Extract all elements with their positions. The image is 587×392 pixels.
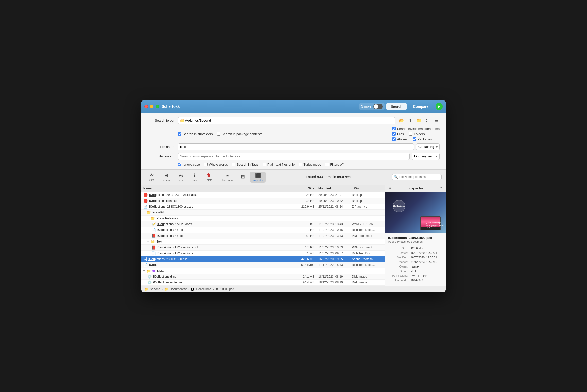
subfolders-checkbox[interactable] [178, 132, 181, 136]
go-up-button[interactable]: ⬆ [407, 117, 414, 124]
treeview-tool[interactable]: ⊟ Tree View [219, 172, 235, 183]
table-row[interactable]: 📄 iColl.rtf 522 bytes 17/11/2022, 15:43 … [141, 262, 385, 268]
table-row[interactable]: ▾ 📁 DMG [141, 268, 385, 274]
expand-arrow[interactable]: ▾ [147, 240, 149, 243]
results-sec-text: sec. [345, 175, 352, 179]
tab-compare-button[interactable]: Compare [408, 103, 433, 110]
package-checkbox[interactable] [217, 132, 220, 136]
folder-label: Search folder: [147, 119, 175, 122]
new-folder-button[interactable]: 📁 [415, 117, 422, 124]
info-icon: ℹ [194, 173, 196, 178]
expand-arrow[interactable]: ▾ [143, 269, 145, 272]
col-kind-header[interactable]: Kind [352, 186, 385, 191]
expand-arrow[interactable]: ▾ [143, 211, 145, 214]
table-row[interactable]: 📝 iCollectionsPR2020.docx 9 KB 11/07/202… [141, 221, 385, 227]
results-found-text: Found [306, 175, 316, 179]
turbo-mode-checkbox[interactable] [299, 163, 302, 166]
open-in-new-icon[interactable]: ↗ [388, 186, 391, 190]
inspector-preview: iCollections TAKE FULL CONTROLCreate are… [385, 192, 446, 233]
table-row[interactable]: 📕 Description of iCollections.pdf 776 KB… [141, 245, 385, 251]
view-icon: 👁 [149, 173, 154, 178]
close-button[interactable] [144, 105, 148, 108]
content-match-select[interactable]: Find any term [412, 153, 440, 160]
whole-words-group: Whole words [204, 163, 228, 166]
inspector-collapse-icon[interactable]: ⌃ [440, 186, 443, 190]
file-modified: 25/12/2022, 08:24 [316, 205, 352, 208]
table-row[interactable]: ▾ 📁 PressKit [141, 210, 385, 216]
rename-tool[interactable]: ⊞ Rename [159, 172, 174, 183]
folder-path-input[interactable] [178, 117, 395, 124]
file-name-cell: 📄 iCollections_2880X1800.psd.zip [141, 205, 294, 209]
folder-icon: 📁 [151, 240, 155, 244]
whole-words-checkbox[interactable] [204, 163, 208, 166]
content-input[interactable] [178, 153, 410, 160]
table-row[interactable]: ▾ 📁 Text [141, 239, 385, 245]
folders-checkbox[interactable] [409, 132, 412, 136]
table-row[interactable]: 🔴 iCollections.icbackup 33 KB 19/05/2023… [141, 198, 385, 204]
ignore-case-checkbox[interactable] [178, 163, 181, 166]
file-size: 216,9 MB [294, 205, 316, 208]
subfolders-label: Search in subfolders [183, 132, 213, 136]
invisible-checkbox[interactable] [392, 127, 396, 130]
file-modified: 11/07/2023, 10:03 [316, 246, 352, 249]
file-name: iCollections-29-08-23-2107.icbackup [149, 193, 199, 197]
table-row[interactable]: ▾ 📁 Press Releases [141, 216, 385, 221]
table-row[interactable]: 💿 iCollections.write.dmg 94,4 MB 18/12/2… [141, 280, 385, 286]
col-size-header[interactable]: Size [294, 186, 316, 191]
file-name: iCollections_2880X1800.psd.zip [149, 205, 193, 208]
packages-checkbox[interactable] [413, 137, 416, 141]
filters-off-checkbox[interactable] [325, 163, 329, 166]
filename-filter-input[interactable] [399, 175, 439, 179]
finder-tool[interactable]: ◎ Finder [175, 172, 187, 183]
aliases-label: Aliases [397, 137, 408, 141]
filename-match-select[interactable]: Containing [416, 143, 440, 150]
filename-input[interactable] [178, 143, 414, 150]
col-name-header[interactable]: Name [141, 186, 294, 191]
file-size: 82 KB [294, 234, 316, 238]
table-row[interactable]: 📄 iCollections_2880X1800.psd.zip 216,9 M… [141, 204, 385, 210]
table-row[interactable]: 📕 iCollectionsPR.pdf 82 KB 11/07/2023, 1… [141, 233, 385, 239]
play-button[interactable] [436, 103, 443, 110]
grid-tool[interactable]: ⊞ [236, 173, 249, 181]
inspector-owner-row: Owner: naarak [389, 264, 442, 269]
search-tags-checkbox[interactable] [232, 163, 235, 166]
table-row[interactable]: 🖼 iCollections_2880X1800.psd 420,6 MB 16… [141, 256, 385, 262]
inspector-info: iCollections_2880X1800.psd Adobe Photosh… [385, 233, 446, 286]
folder-badge [152, 270, 155, 272]
list-button[interactable]: ☰ [433, 117, 440, 124]
file-size: 10 KB [294, 228, 316, 232]
info-tool[interactable]: ℹ Info [188, 172, 201, 183]
table-row[interactable]: 🔴 iCollections-29-08-23-2107.icbackup 10… [141, 192, 385, 198]
expand-arrow[interactable]: ▾ [147, 217, 149, 220]
file-modified: 16/07/2020, 19:05 [316, 257, 352, 261]
aliases-checkbox[interactable] [392, 137, 396, 141]
file-icon: 📝 [151, 222, 156, 226]
table-row[interactable]: 📄 iCollectionsPR.rtfd 10 KB 11/07/2023, … [141, 227, 385, 233]
browse-folder-button[interactable]: 📂 [398, 117, 405, 124]
file-modified: 29/08/2023, 21:07 [316, 193, 352, 197]
file-name: Description of iCollections.rtfd [157, 252, 198, 255]
tab-search-button[interactable]: Search [386, 103, 407, 110]
plain-text-checkbox[interactable] [263, 163, 266, 166]
file-name: iCollections_2880X1800.psd [148, 257, 188, 261]
file-name-cell: ▾ 📁 DMG [141, 269, 294, 273]
file-name: iCollectionsPR2020.docx [157, 222, 192, 226]
folder-option-button[interactable]: 🗂 [424, 117, 431, 124]
table-row[interactable]: 📄 Description of iCollections.rtfd 1 MB … [141, 251, 385, 256]
col-modified-header[interactable]: Modified [316, 186, 352, 191]
created-label: Created: [389, 251, 410, 255]
mode-toggle-switch[interactable] [373, 104, 383, 109]
view-tool[interactable]: 👁 View [145, 172, 158, 182]
list-header: Name Size Modified Kind [141, 185, 385, 192]
packages-label: Packages [418, 137, 432, 141]
preview-image: iCollections TAKE FULL CONTROLCreate are… [385, 192, 446, 233]
table-row[interactable]: 💿 iCollections.dmg 24,1 MB 18/12/2023, 0… [141, 274, 385, 280]
folders-checkbox-group: Folders [409, 132, 425, 136]
zoom-button[interactable] [156, 105, 159, 108]
file-kind: Backup [352, 193, 385, 197]
app-title: Scherlokk [162, 104, 180, 109]
delete-tool[interactable]: 🗑 Delete [202, 172, 215, 182]
files-checkbox[interactable] [392, 132, 396, 136]
inspector-tool[interactable]: ⬛ Inspector [250, 172, 266, 183]
minimize-button[interactable] [150, 105, 153, 108]
